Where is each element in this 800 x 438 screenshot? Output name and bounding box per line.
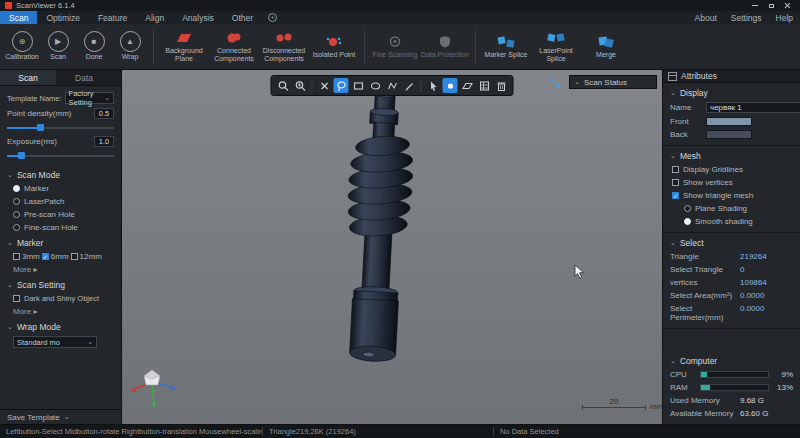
triangle-count-status: Triangle219.26K (219264) bbox=[263, 427, 493, 436]
point-density-slider[interactable] bbox=[7, 123, 114, 133]
viewport-toolbar bbox=[271, 75, 514, 96]
menubar: Scan Optimize Feature Align Analysis Oth… bbox=[0, 11, 800, 24]
tab-scan[interactable]: Scan bbox=[0, 70, 56, 85]
polyline-select-button[interactable] bbox=[385, 78, 400, 93]
computer-section: ⌄ Computer CPU 9% RAM 13% Used Memory9.6… bbox=[663, 351, 800, 424]
back-color-swatch[interactable] bbox=[706, 130, 752, 139]
app-title: ScanViewer 6.1.4 bbox=[16, 1, 75, 10]
front-label: Front bbox=[670, 117, 706, 126]
wrap-mode-header[interactable]: ⌄ Wrap Mode bbox=[7, 322, 114, 332]
menu-settings[interactable]: Settings bbox=[724, 11, 769, 24]
name-input[interactable] bbox=[706, 102, 800, 113]
axis-gizmo[interactable] bbox=[128, 362, 180, 410]
available-memory-row: Available Memory63.60 G bbox=[670, 409, 793, 418]
scale-unit: mm bbox=[650, 402, 662, 411]
fine-scanning-icon bbox=[370, 34, 420, 50]
lasso-select-button[interactable] bbox=[334, 78, 349, 93]
exposure-value[interactable]: 1.0 bbox=[94, 136, 114, 147]
ellipse-select-button[interactable] bbox=[368, 78, 383, 93]
radio-prescan-hole[interactable]: Pre-scan Hole bbox=[13, 210, 114, 219]
scale-bar: 20 mm bbox=[582, 397, 646, 408]
menu-scan[interactable]: Scan bbox=[0, 11, 37, 24]
menu-help[interactable]: Help bbox=[769, 11, 800, 24]
background-plane-icon bbox=[159, 30, 209, 46]
scan-setting-header[interactable]: ⌄ Scan Setting bbox=[7, 280, 114, 290]
radio-finescan-hole[interactable]: Fine-scan Hole bbox=[13, 223, 114, 232]
name-label: Name bbox=[670, 103, 706, 112]
tab-data[interactable]: Data bbox=[56, 70, 112, 85]
marker-more-link[interactable]: More ▸ bbox=[13, 265, 114, 274]
radio-marker[interactable]: Marker bbox=[13, 184, 114, 193]
radio-smooth-shading[interactable]: Smooth shading bbox=[684, 217, 793, 226]
zoom-in-button[interactable] bbox=[293, 78, 308, 93]
scan-setting-more-link[interactable]: More ▸ bbox=[13, 307, 114, 316]
scan-status-label: Scan Status bbox=[584, 78, 627, 87]
radio-laserpatch[interactable]: LaserPatch bbox=[13, 197, 114, 206]
zoom-window-button[interactable] bbox=[276, 78, 291, 93]
rectangle-select-button[interactable] bbox=[351, 78, 366, 93]
checkbox-6mm[interactable]: ✓ bbox=[42, 253, 49, 260]
cursor-button[interactable] bbox=[426, 78, 441, 93]
point-select-button[interactable] bbox=[443, 78, 458, 93]
delete-selection-button[interactable] bbox=[494, 78, 509, 93]
fine-scanning-button[interactable]: Fine Scanning bbox=[370, 34, 420, 59]
connected-components-button[interactable]: Connected Components bbox=[209, 30, 259, 63]
calibration-button[interactable]: ⊕ Calibration bbox=[4, 31, 40, 61]
menu-analysis[interactable]: Analysis bbox=[173, 11, 223, 24]
checkbox-display-gridlines[interactable]: Display Gridlines bbox=[672, 165, 793, 174]
grid-button[interactable] bbox=[477, 78, 492, 93]
checkbox-12mm[interactable] bbox=[71, 253, 78, 260]
cpu-percent: 9% bbox=[773, 370, 793, 379]
chevron-down-icon: ⌄ bbox=[7, 281, 13, 289]
menu-other[interactable]: Other bbox=[223, 11, 262, 24]
scanned-object-worm-screw[interactable] bbox=[326, 86, 436, 378]
template-select[interactable]: Factory Setting ⌄ bbox=[65, 92, 114, 104]
select-section-header[interactable]: ⌄ Select bbox=[670, 238, 793, 248]
close-icon[interactable] bbox=[779, 0, 795, 11]
computer-section-header[interactable]: ⌄ Computer bbox=[670, 356, 793, 366]
menu-optimize[interactable]: Optimize bbox=[37, 11, 89, 24]
data-protection-button[interactable]: Data Protection bbox=[420, 34, 470, 59]
save-template-button[interactable]: Save Template ⌄ bbox=[0, 409, 121, 424]
select-section: ⌄ Select Triangle219264 Select Triangle0… bbox=[663, 233, 800, 329]
point-density-value[interactable]: 0.5 bbox=[94, 108, 114, 119]
expand-icon[interactable] bbox=[548, 76, 562, 89]
menu-feature[interactable]: Feature bbox=[89, 11, 136, 24]
scan-status-panel[interactable]: ⌄ Scan Status bbox=[569, 75, 657, 89]
checkbox-dark-shiny[interactable]: Dark and Shiny Object bbox=[13, 294, 114, 303]
laserpoint-splice-button[interactable]: LaserPoint Splice bbox=[531, 30, 581, 63]
plane-select-button[interactable] bbox=[460, 78, 475, 93]
disconnected-components-button[interactable]: Disconnected Components bbox=[259, 30, 309, 63]
scan-button[interactable]: ▶ Scan bbox=[40, 31, 76, 61]
viewport-3d[interactable]: ⌄ Scan Status 20 mm bbox=[122, 70, 662, 424]
exposure-slider[interactable] bbox=[7, 151, 114, 161]
wrap-button[interactable]: ▲ Wrap bbox=[112, 31, 148, 61]
merge-button[interactable]: Merge bbox=[581, 34, 631, 59]
plus-icon[interactable]: + bbox=[268, 13, 277, 22]
mesh-section-header[interactable]: ⌄ Mesh bbox=[670, 151, 793, 161]
radio-plane-shading[interactable]: Plane Shading bbox=[684, 204, 793, 213]
chevron-down-icon: ⌄ bbox=[64, 413, 70, 421]
maximize-icon[interactable] bbox=[763, 0, 779, 11]
select-perimeter-row: Select Perimeter(mm)0.0000 bbox=[670, 304, 793, 322]
display-section-header[interactable]: ⌄ Display bbox=[670, 88, 793, 98]
wrap-mode-select[interactable]: Standard mo ⌄ bbox=[13, 336, 97, 348]
select-area-row: Select Area(mm²)0.0000 bbox=[670, 291, 793, 300]
background-plane-button[interactable]: Background Plane bbox=[159, 30, 209, 63]
front-color-swatch[interactable] bbox=[706, 117, 752, 126]
menu-about[interactable]: About bbox=[688, 11, 724, 24]
scan-mode-header[interactable]: ⌄ Scan Mode bbox=[7, 170, 114, 180]
done-icon: ■ bbox=[84, 31, 105, 52]
checkbox-show-vertices[interactable]: Show vertices bbox=[672, 178, 793, 187]
calibration-icon: ⊕ bbox=[12, 31, 33, 52]
marker-section-header[interactable]: ⌄ Marker bbox=[7, 238, 114, 248]
isolated-point-button[interactable]: Isolated Point bbox=[309, 34, 359, 59]
marker-splice-button[interactable]: Marker Splice bbox=[481, 34, 531, 59]
checkbox-show-triangle-mesh[interactable]: ✓Show triangle mesh bbox=[672, 191, 793, 200]
done-button[interactable]: ■ Done bbox=[76, 31, 112, 61]
brush-select-button[interactable] bbox=[402, 78, 417, 93]
minimize-icon[interactable] bbox=[747, 0, 763, 11]
checkbox-3mm[interactable] bbox=[13, 253, 20, 260]
deselect-button[interactable] bbox=[317, 78, 332, 93]
menu-align[interactable]: Align bbox=[136, 11, 173, 24]
